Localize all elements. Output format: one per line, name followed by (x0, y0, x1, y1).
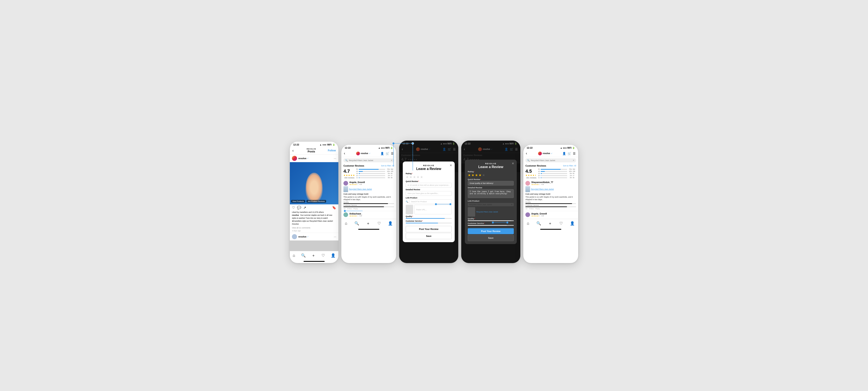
back-btn-2[interactable]: ‹ (344, 151, 345, 156)
bookmark-icon[interactable]: 🔖 (332, 206, 336, 210)
profile-icon-5[interactable]: 👤 (562, 152, 566, 155)
star-4-3[interactable]: ★ (416, 175, 420, 179)
add-tab-5[interactable]: ＋ (548, 221, 552, 226)
search-tab-5[interactable]: 🔍 (536, 221, 541, 226)
post-review-btn-3[interactable]: Post Your Review (406, 226, 452, 232)
comment-icon[interactable]: 💬 (297, 206, 301, 210)
cart-icon-2[interactable]: 🛒 (386, 152, 389, 155)
tab-bar-2: ⌂ 🔍 ＋ ♡ 👤 (341, 219, 396, 228)
detailed-review-label-3: Detailed Review (406, 188, 452, 191)
quick-review-input-3[interactable] (406, 183, 452, 187)
star-1-4[interactable]: ★ (468, 173, 471, 177)
back-button-1[interactable]: ‹ (292, 148, 293, 153)
share-icon[interactable]: ↗ (303, 206, 306, 210)
modal-stars-3: ★ ★ ★ ★ ★ (406, 175, 452, 179)
star-2-4[interactable]: ★ (471, 173, 474, 177)
service-slider-4[interactable] (468, 225, 514, 226)
avatar-1 (292, 156, 297, 161)
clear-icon-5[interactable]: ✕ (573, 159, 575, 161)
section-title-5: Customer Reviews (525, 164, 546, 167)
like-icon[interactable]: ♡ (292, 206, 295, 210)
sort-filter-5[interactable]: Sort & Filter: All (563, 165, 576, 167)
review-headline-5-1: Cute and easy vintage look! (525, 193, 576, 195)
search-icon-2: 🔍 (345, 159, 348, 161)
post-photo (290, 162, 338, 204)
star-2-3[interactable]: ★ (409, 175, 412, 179)
add-tab[interactable]: ＋ (312, 253, 315, 258)
search-input-2[interactable] (349, 159, 390, 161)
star-5-3[interactable]: ★ (420, 175, 423, 179)
detailed-review-label-4: Detailed Review (468, 187, 514, 189)
profile-icon-2[interactable]: 👤 (380, 152, 384, 155)
view-all-comments[interactable]: View all 21 comments (290, 226, 338, 229)
quality-slider-3[interactable] (406, 218, 452, 219)
home-tab-2[interactable]: ⌂ (345, 221, 347, 226)
quick-review-input-4[interactable] (468, 181, 514, 186)
profile-tab[interactable]: 👤 (331, 253, 335, 258)
star-3-4[interactable]: ★ (475, 173, 478, 177)
nav-bar-2: ‹ revolve ✓ 👤 🛒 ☰ (341, 150, 396, 157)
detailed-review-input-3[interactable] (406, 191, 452, 196)
post-image-2 (290, 240, 338, 251)
linked-product-chip-4: Recycled Fibers Jean Jacket ✕ (468, 203, 514, 206)
avatar-small (356, 152, 360, 155)
heart-tab-2[interactable]: ♡ (377, 221, 381, 226)
search-input-5[interactable] (531, 159, 571, 161)
home-tab[interactable]: ⌂ (293, 253, 295, 258)
modal-overlay-3: ✕ REVOLVE Leave a Review Rating ★ ★ ★ ★ … (399, 141, 458, 263)
service-row-1: Customer Service (343, 204, 394, 207)
modal-brand-4: REVOLVE (468, 162, 514, 165)
review-detail-5-1: This jacket is so soft! Staple of my wor… (525, 196, 576, 201)
phone-5-reviews-updated: 12:22 ▲ ●●● WiFi 🔋 ‹ revolve ✓ 👤 🛒 ☰ (523, 145, 578, 263)
save-btn-3[interactable]: Save (406, 233, 452, 239)
search-tab-2[interactable]: 🔍 (354, 221, 359, 226)
profile-tab-2[interactable]: 👤 (388, 221, 393, 226)
see-reviews-btn[interactable]: See Product Reviews (307, 200, 326, 203)
follow-button[interactable]: Follow (328, 149, 336, 152)
star-4-4[interactable]: ★ (478, 173, 482, 177)
insta-feed: revolve ✓ ··· View Products See Product … (290, 154, 338, 251)
profile-tab-5[interactable]: 👤 (570, 221, 575, 226)
detailed-review-input-4[interactable]: I love the jeans I got from here, they a… (468, 189, 514, 198)
heart-tab-5[interactable]: ♡ (559, 221, 563, 226)
quality-slider-4[interactable] (468, 220, 514, 221)
menu-icon-2[interactable]: ☰ (391, 152, 394, 155)
add-tab-2[interactable]: ＋ (366, 221, 370, 226)
time-5: 12:22 (527, 147, 533, 149)
chip-remove-4[interactable]: ✕ (511, 204, 513, 206)
reviewer-name-5-1: ShayanneeAbdule_77 (531, 181, 553, 183)
heart-tab[interactable]: ♡ (321, 253, 325, 258)
product-link-1: Recycled Fibers Jean Jacket (343, 186, 394, 192)
modal-brand-3: REVOLVE (406, 164, 452, 167)
shop-name-5: revolve (543, 152, 550, 154)
save-btn-4[interactable]: Save (468, 235, 514, 241)
star-1-3[interactable]: ★ (406, 175, 409, 179)
home-tab-5[interactable]: ⌂ (527, 221, 529, 226)
more-options-2[interactable]: ··· (334, 235, 336, 238)
product-name-1[interactable]: Recycled Fibers Jean Jacket (349, 188, 372, 190)
clear-icon-2[interactable]: ✕ (391, 159, 393, 161)
modal-close-3[interactable]: ✕ (450, 163, 452, 167)
quality-label-3: Quality (406, 215, 452, 217)
star-5-4[interactable]: ★ (482, 173, 485, 177)
back-btn-5[interactable]: ‹ (526, 151, 527, 156)
post-review-btn-4[interactable]: Post Your Review (468, 228, 514, 234)
menu-icon-5[interactable]: ☰ (573, 152, 576, 155)
section-header-2: Customer Reviews Sort & Filter: All (341, 163, 396, 168)
search-tab[interactable]: 🔍 (301, 253, 306, 258)
view-products-btn[interactable]: View Products (291, 200, 305, 203)
more-options[interactable]: ··· (334, 157, 336, 160)
review-meta-1: 1d 9 likes Reply (343, 208, 394, 210)
overlay-buttons: View Products See Product Reviews (291, 200, 326, 203)
star-3-3[interactable]: ★ (413, 175, 416, 179)
review-count-2: 300 reviews (344, 177, 355, 179)
cart-icon-5[interactable]: 🛒 (568, 152, 571, 155)
rating-overview-5: 4.5 ★ ★ ★ ★ ★ 301 reviews 5 75% (523, 168, 578, 180)
modal-close-4[interactable]: ✕ (512, 162, 514, 165)
product-name-5-1[interactable]: Recycled Fibers Jean Jacket (531, 188, 554, 190)
search-product-input-3[interactable] (409, 199, 452, 204)
service-slider-3[interactable] (406, 223, 452, 223)
sort-filter-2[interactable]: Sort & Filter: All (381, 165, 394, 167)
paste-url-input-3[interactable] (414, 205, 452, 214)
product-thumb-5-1 (525, 186, 530, 192)
